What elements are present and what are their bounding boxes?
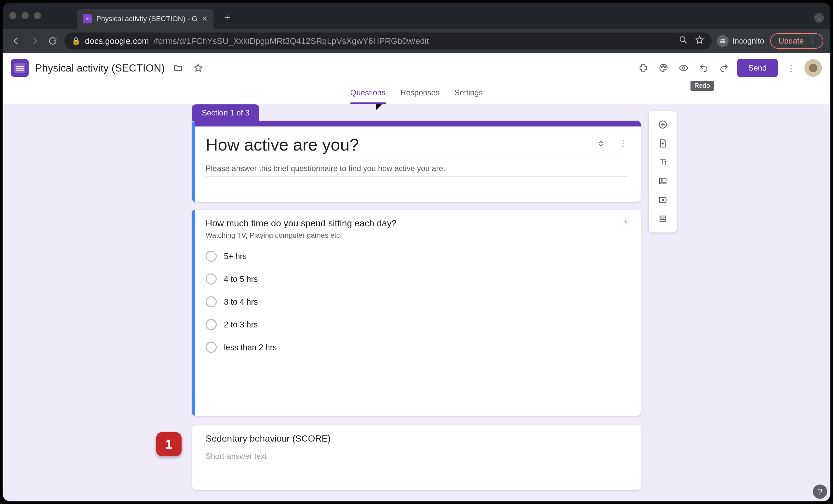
short-answer-placeholder: Short-answer text	[206, 452, 414, 463]
incognito-label: Incognito	[733, 36, 764, 46]
annotation-number: 1	[165, 437, 172, 452]
section-indicator: Section 1 of 3	[192, 104, 259, 121]
update-button[interactable]: Update ⋮	[770, 33, 823, 49]
account-avatar[interactable]	[804, 59, 822, 77]
question-title[interactable]: Sedentary behaviour (SCORE)	[206, 433, 627, 444]
window-close[interactable]	[9, 12, 16, 19]
addons-icon[interactable]	[637, 61, 650, 75]
svg-point-2	[723, 41, 725, 43]
browser-right-cluster: Incognito Update ⋮	[717, 33, 823, 49]
undo-icon[interactable]	[697, 61, 711, 75]
option-label: 5+ hrs	[224, 252, 247, 261]
radio-icon	[206, 342, 217, 353]
question-card-1[interactable]: How much time do you spend sitting each …	[192, 210, 641, 416]
options-list: 5+ hrs 4 to 5 hrs 3 to 4 hrs 2 to 3 hrs …	[206, 251, 627, 353]
incognito-indicator[interactable]: Incognito	[717, 35, 764, 47]
form-canvas: Section 1 of 3 How active are you? ⋮	[3, 104, 830, 501]
browser-tab-active[interactable]: ≡ Physical activity (SECTION) - G ✕	[77, 9, 213, 29]
doc-title[interactable]: Physical activity (SECTION)	[35, 62, 165, 74]
radio-option[interactable]: less than 2 hrs	[206, 342, 627, 353]
svg-rect-12	[660, 220, 666, 222]
app-header: Physical activity (SECTION)	[3, 53, 830, 82]
question-card-2[interactable]: Sedentary behaviour (SCORE) Short-answer…	[192, 425, 641, 490]
svg-point-0	[680, 37, 685, 42]
tab-close-icon[interactable]: ✕	[202, 15, 208, 23]
radio-option[interactable]: 3 to 4 hrs	[206, 296, 627, 307]
forms-app: Physical activity (SECTION)	[3, 53, 830, 501]
forms-favicon: ≡	[82, 14, 92, 23]
back-button[interactable]	[10, 34, 23, 48]
new-tab-button[interactable]: ＋	[220, 10, 234, 24]
section-title[interactable]: How active are you?	[206, 135, 586, 154]
radio-icon	[206, 296, 217, 307]
add-section-icon[interactable]	[656, 212, 670, 226]
move-to-folder-icon[interactable]	[171, 61, 185, 75]
tab-title: Physical activity (SECTION) - G	[96, 15, 197, 23]
svg-point-5	[664, 67, 665, 68]
radio-option[interactable]: 4 to 5 hrs	[206, 274, 627, 284]
annotation-badge-1: 1	[156, 432, 182, 456]
app-window: ≡ Physical activity (SECTION) - G ✕ ＋ ⌄ …	[3, 3, 830, 501]
add-image-icon[interactable]	[656, 174, 670, 188]
svg-point-9	[661, 180, 662, 181]
option-label: 3 to 4 hrs	[224, 297, 258, 307]
lock-icon: 🔒	[72, 37, 80, 45]
browser-chrome: ≡ Physical activity (SECTION) - G ✕ ＋ ⌄ …	[3, 3, 830, 53]
svg-point-3	[661, 67, 662, 68]
tab-search-icon[interactable]: ⌄	[814, 13, 824, 23]
question-description[interactable]: Watching TV, Playing computer games etc	[206, 231, 627, 240]
section-accent-bar	[192, 121, 641, 126]
kebab-icon: ⋮	[808, 36, 816, 46]
add-title-icon[interactable]	[656, 155, 670, 170]
import-questions-icon[interactable]	[656, 136, 670, 151]
collapse-section-icon[interactable]	[596, 139, 606, 151]
radio-icon	[206, 274, 217, 284]
address-bar[interactable]: 🔒 docs.google.com/forms/d/1FChYsSU_XxkiD…	[65, 32, 712, 49]
radio-option[interactable]: 5+ hrs	[206, 251, 627, 262]
redo-tooltip: Redo	[690, 81, 714, 91]
preview-icon[interactable]	[677, 61, 690, 75]
window-maximize[interactable]	[34, 12, 41, 19]
question-toolbar	[649, 111, 677, 232]
mouse-cursor: ◤	[376, 104, 383, 111]
option-label: less than 2 hrs	[224, 343, 277, 352]
redo-icon[interactable]	[717, 61, 731, 75]
url-path: /forms/d/1FChYsSU_XxkiDpgpMRt3Q412SRqLpV…	[153, 36, 429, 46]
tab-settings[interactable]: Settings	[455, 88, 483, 104]
send-button[interactable]: Send	[737, 59, 778, 77]
radio-icon	[206, 319, 217, 330]
window-controls	[9, 12, 41, 19]
tab-responses[interactable]: Responses	[401, 88, 439, 104]
more-menu-icon[interactable]: ⋮	[784, 61, 798, 75]
star-icon[interactable]	[191, 61, 205, 75]
forms-logo[interactable]	[11, 59, 29, 77]
update-label: Update	[779, 36, 804, 46]
incognito-icon	[717, 35, 729, 47]
question-title[interactable]: How much time do you spend sitting each …	[206, 218, 397, 229]
required-indicator: *	[624, 218, 627, 227]
svg-point-4	[663, 65, 664, 66]
url-host: docs.google.com	[85, 36, 149, 46]
svg-point-6	[682, 67, 685, 69]
option-label: 2 to 3 hrs	[224, 320, 258, 329]
svg-rect-11	[660, 216, 666, 218]
tab-strip: ≡ Physical activity (SECTION) - G ✕ ＋ ⌄	[3, 3, 830, 29]
palette-icon[interactable]	[657, 61, 670, 75]
radio-option[interactable]: 2 to 3 hrs	[206, 319, 627, 330]
option-label: 4 to 5 hrs	[224, 274, 258, 284]
reload-button[interactable]	[46, 34, 59, 48]
omnibox-search-icon[interactable]	[679, 35, 688, 47]
add-question-icon[interactable]	[656, 117, 670, 132]
tab-questions[interactable]: Questions	[351, 88, 386, 104]
section-description[interactable]: Please answer this brief questionnaire t…	[206, 164, 627, 177]
section-more-icon[interactable]: ⋮	[619, 139, 627, 151]
forward-button[interactable]	[28, 34, 41, 48]
window-minimize[interactable]	[22, 12, 29, 19]
section-header-card[interactable]: How active are you? ⋮ Please answer this…	[192, 121, 641, 202]
bookmark-star-icon[interactable]	[695, 35, 705, 47]
svg-point-1	[720, 41, 723, 43]
address-bar-row: 🔒 docs.google.com/forms/d/1FChYsSU_XxkiD…	[3, 29, 830, 53]
add-video-icon[interactable]	[656, 193, 670, 207]
send-label: Send	[748, 64, 767, 72]
help-icon[interactable]: ?	[813, 484, 827, 499]
